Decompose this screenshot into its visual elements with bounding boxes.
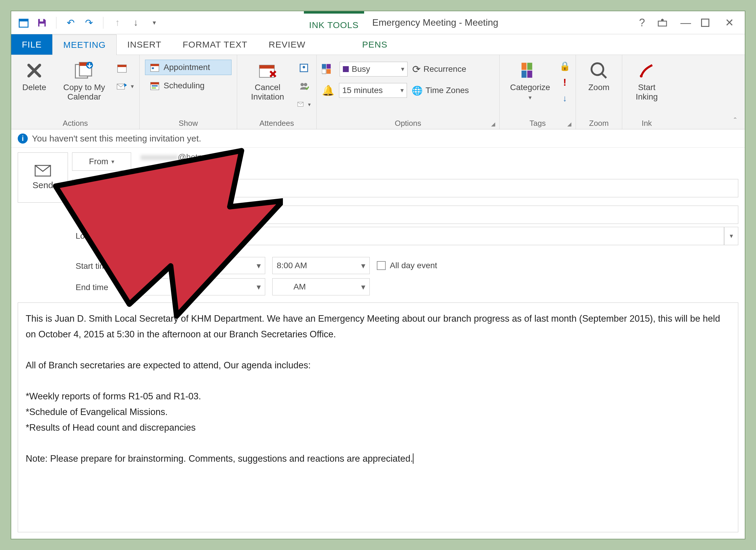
svg-rect-15 [152,67,154,69]
svg-point-36 [640,75,643,77]
categorize-button[interactable]: Categorize▾ [505,58,555,102]
cancel-invitation-button[interactable]: Cancel Invitation [242,58,293,102]
ribbon-tabs: FILE MEETING INSERT FORMAT TEXT REVIEW P… [11,34,745,55]
appointment-button[interactable]: Appointment [145,60,232,75]
svg-rect-27 [322,64,326,69]
ribbon-group-label: Tags [505,118,570,128]
ribbon-options-icon[interactable] [657,19,670,27]
tab-pens[interactable]: PENS [351,34,398,55]
forward-small-icon[interactable]: ▾ [116,79,134,94]
zoom-button[interactable]: Zoom [581,58,617,92]
svg-rect-3 [40,23,45,26]
svg-rect-32 [527,63,532,70]
qat-customize-icon[interactable]: ▾ [148,16,161,29]
end-date-combo[interactable]: ▾ [135,278,265,295]
options-dialog-launcher-icon[interactable]: ◢ [491,121,498,128]
ribbon-group-label: Show [145,118,232,128]
start-inking-button[interactable]: Start Inking [628,58,666,102]
private-icon[interactable]: 🔒 [559,61,570,71]
undo-icon[interactable]: ↶ [64,16,77,29]
calendar-small-icon[interactable] [116,60,134,76]
ribbon-group-label: Actions [17,118,134,128]
redo-icon[interactable]: ↷ [82,16,95,29]
svg-rect-30 [327,69,331,74]
svg-rect-18 [152,85,158,87]
envelope-icon [35,165,51,177]
globe-icon: 🌐 [412,85,423,96]
window-title: Emergency Meeting - Meeting [372,17,498,28]
svg-rect-33 [522,71,527,78]
location-field[interactable] [135,227,724,245]
collapse-ribbon-icon[interactable]: ˆ [734,116,737,126]
svg-rect-2 [40,19,43,22]
low-importance-icon[interactable]: ↓ [563,93,567,103]
location-label: Location [72,227,131,245]
check-names-icon[interactable] [297,79,311,94]
subject-label: Subject [72,206,131,224]
tab-review[interactable]: REVIEW [258,34,316,55]
svg-point-35 [592,63,603,75]
send-button[interactable]: Send [18,152,68,203]
end-time-label: End time [72,278,131,297]
minimize-icon[interactable]: — [679,17,692,29]
outlook-meeting-window: ↶ ↷ ↑ ↓ ▾ INK TOOLS Emergency Meeting - … [11,11,745,539]
svg-point-24 [301,83,304,86]
ribbon-group-label: Attendees [242,118,311,128]
tags-dialog-launcher-icon[interactable]: ◢ [567,121,574,128]
svg-rect-17 [151,82,159,84]
to-field[interactable] [135,179,738,197]
zoom-icon [589,60,609,81]
ribbon-group-options: Busy▾ ⟳Recurrence 🔔 15 minutes▾ 🌐Time Zo… [317,55,500,129]
tab-format-text[interactable]: FORMAT TEXT [172,34,258,55]
end-time-combo[interactable]: AM▾ [272,278,370,295]
ribbon-group-label: Options [322,118,494,128]
to-button[interactable]: To... [72,179,131,197]
svg-rect-5 [701,19,709,26]
from-value: xxxxxxxxx@hotmail.com [135,152,738,162]
tab-insert[interactable]: INSERT [117,34,172,55]
start-time-combo[interactable]: 8:00 AM▾ [272,257,370,274]
save-icon[interactable] [35,16,48,29]
scheduling-button[interactable]: Scheduling [145,78,232,93]
ink-pen-icon [636,60,657,81]
infobar-text: You haven't sent this meeting invitation… [32,134,201,144]
maximize-icon[interactable] [701,19,714,27]
svg-rect-4 [658,21,667,26]
subject-field[interactable] [135,206,738,224]
start-date-combo[interactable]: ▾ [135,257,265,274]
copy-to-calendar-button[interactable]: Copy to My Calendar [56,58,112,102]
cancel-invitation-icon [257,60,278,81]
previous-icon: ↑ [111,16,124,29]
delete-button[interactable]: Delete [17,58,52,92]
calendar-icon[interactable] [17,16,30,29]
window-controls: ? — ✕ [636,17,745,29]
meeting-form: Send From▾ xxxxxxxxx@hotmail.com To... S… [11,148,745,297]
svg-rect-14 [151,64,159,66]
tab-file[interactable]: FILE [11,34,52,55]
ribbon-group-attendees: Cancel Invitation ▾ Attendees [237,55,317,129]
close-icon[interactable]: ✕ [723,17,736,29]
svg-rect-11 [118,65,126,67]
from-button[interactable]: From▾ [72,152,131,171]
meeting-body[interactable]: This is Juan D. Smith Local Secretary of… [18,302,738,532]
response-options-icon[interactable]: ▾ [297,97,311,112]
tab-meeting[interactable]: MEETING [52,35,117,55]
recurrence-button[interactable]: ⟳Recurrence [412,63,466,75]
all-day-checkbox[interactable]: All day event [377,261,437,270]
reminder-combo[interactable]: 15 minutes▾ [339,83,407,98]
help-icon[interactable]: ? [636,17,649,29]
next-icon[interactable]: ↓ [129,16,142,29]
svg-rect-31 [522,63,527,70]
ribbon-group-label: Ink [628,118,666,128]
svg-rect-34 [527,71,532,78]
delete-icon [24,60,45,81]
reminder-icon: 🔔 [322,84,334,96]
high-importance-icon[interactable]: ! [563,77,566,88]
show-as-icon [322,64,335,74]
time-zones-button[interactable]: 🌐Time Zones [412,85,469,96]
svg-rect-29 [322,69,326,74]
info-icon: i [18,134,28,144]
address-book-icon[interactable] [297,60,311,76]
location-dropdown-icon[interactable]: ▾ [724,227,738,245]
show-as-combo[interactable]: Busy▾ [340,62,408,77]
